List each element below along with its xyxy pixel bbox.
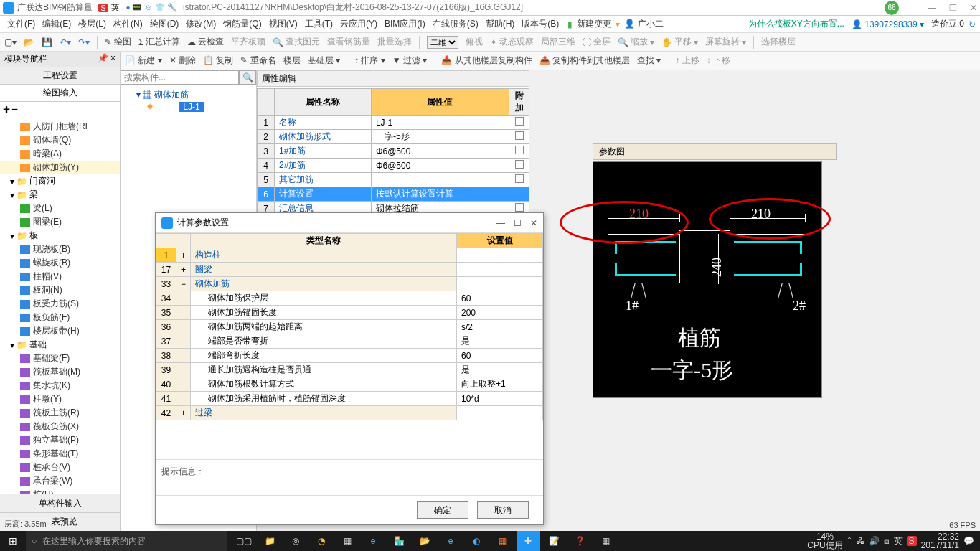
taskbar-edge[interactable]: e xyxy=(362,531,385,551)
tree-item[interactable]: 桩(U) xyxy=(0,488,120,494)
tb-select-floor[interactable]: 选择楼层 xyxy=(761,36,796,48)
property-row[interactable]: 1名称LJ-1 xyxy=(258,116,529,130)
tree-item[interactable]: 砌体墙(Q) xyxy=(0,133,120,147)
search-input[interactable] xyxy=(121,70,239,85)
search-button[interactable]: 🔍 xyxy=(239,70,256,85)
tb-view-rebar[interactable]: 查看钢筋量 xyxy=(327,36,370,48)
menu-help[interactable]: 帮助(H) xyxy=(483,17,518,32)
tree-root[interactable]: ▾ ▦ 砌体加筋 xyxy=(123,88,253,102)
menu-floor[interactable]: 楼层(L) xyxy=(75,17,109,32)
property-row[interactable]: 2砌体加筋形式一字-5形 xyxy=(258,130,529,144)
refresh-icon[interactable]: ↻ xyxy=(969,19,976,29)
tree-item[interactable]: 板受力筋(S) xyxy=(0,297,120,311)
help-link[interactable]: 为什么筏板XY方向布置... xyxy=(745,17,847,32)
undo-icon[interactable]: ↶▾ xyxy=(60,37,71,47)
param-row[interactable]: 41砌体加筋采用植筋时，植筋锚固深度10*d xyxy=(156,392,543,406)
taskbar-ie[interactable]: e xyxy=(439,531,462,551)
tb2-sort[interactable]: ↕ 排序 ▾ xyxy=(354,55,385,67)
menu-tool[interactable]: 工具(T) xyxy=(302,17,336,32)
new-file-icon[interactable]: ▢▾ xyxy=(4,37,17,47)
tb-batch-select[interactable]: 批量选择 xyxy=(377,36,412,48)
property-row[interactable]: 31#加筋Φ6@500 xyxy=(258,144,529,159)
tb2-find[interactable]: 查找 ▾ xyxy=(637,55,661,67)
tree-item[interactable]: 现浇板(B) xyxy=(0,242,120,256)
close-icon[interactable]: ✕ xyxy=(970,3,977,13)
component-tree[interactable]: 人防门框墙(RF砌体墙(Q)暗梁(A)砌体加筋(Y)▾ 📁 门窗洞▾ 📁 梁梁(… xyxy=(0,118,120,494)
menu-component[interactable]: 构件(N) xyxy=(110,17,146,32)
view-mode-select[interactable]: 二维 xyxy=(427,36,458,49)
tree-item[interactable]: 板负筋(F) xyxy=(0,311,120,324)
tree-item[interactable]: 承台梁(W) xyxy=(0,474,120,488)
minimize-icon[interactable]: — xyxy=(928,3,936,13)
tb-top-view[interactable]: 俯视 xyxy=(466,36,483,48)
taskbar-app-4[interactable]: ▦ xyxy=(336,531,359,551)
tb2-move-up[interactable]: ↑ 上移 xyxy=(675,55,699,67)
tray-up-icon[interactable]: ˄ xyxy=(847,536,852,546)
menu-new-change[interactable]: 新建变更 xyxy=(574,17,614,32)
save-icon[interactable]: 💾 xyxy=(42,37,52,47)
taskbar-app-10[interactable]: ❓ xyxy=(568,531,591,551)
tree-item[interactable]: ▾ 📁 门窗洞 xyxy=(0,174,120,188)
tb-summary[interactable]: Σ 汇总计算 xyxy=(138,36,180,48)
param-table[interactable]: 类型名称 设置值 1+构造柱17+圈梁33−砌体加筋34砌体加筋保护层6035砌… xyxy=(156,233,543,420)
tb2-copy[interactable]: 📋 复制 xyxy=(203,55,233,67)
taskbar-search[interactable]: ○ 在这里输入你要搜索的内容 xyxy=(26,531,227,551)
taskbar-app-5[interactable]: 📂 xyxy=(413,531,436,551)
dialog-min-icon[interactable]: — xyxy=(496,218,505,228)
menu-modify[interactable]: 修改(M) xyxy=(183,17,219,32)
tree-item[interactable]: 梁(L) xyxy=(0,202,120,215)
phone-label[interactable]: 👤 13907298339 ▾ xyxy=(849,18,927,31)
tb-orbit[interactable]: ✦ 动态观察 xyxy=(490,36,534,48)
tree-item[interactable]: 螺旋板(B) xyxy=(0,256,120,270)
tb2-delete[interactable]: ✕ 删除 xyxy=(169,55,196,67)
tb-find-elem[interactable]: 🔍 查找图元 xyxy=(273,36,320,48)
tree-item[interactable]: ▾ 📁 板 xyxy=(0,229,120,242)
tray-ime[interactable]: S xyxy=(907,536,917,546)
maximize-icon[interactable]: ❐ xyxy=(949,3,957,13)
tray-vol-icon[interactable]: 🔊 xyxy=(869,536,880,546)
taskbar-app-6[interactable]: ◐ xyxy=(465,531,488,551)
taskbar-app-3[interactable]: ◔ xyxy=(310,531,333,551)
dock-pin-icon[interactable]: 📌 × xyxy=(98,53,116,65)
menu-online[interactable]: 在线服务(S) xyxy=(430,17,481,32)
tree-item[interactable]: 集水坑(K) xyxy=(0,379,120,392)
dialog-max-icon[interactable]: ☐ xyxy=(514,218,522,228)
coin-label[interactable]: 造价豆:0 xyxy=(928,17,967,32)
tree-item[interactable]: 暗梁(A) xyxy=(0,147,120,161)
param-row[interactable]: 42+过梁 xyxy=(156,406,543,420)
ime-badge[interactable]: S xyxy=(98,4,108,12)
tb-draw[interactable]: ✎绘图 xyxy=(105,36,131,48)
tray-lang[interactable]: 英 xyxy=(894,535,903,547)
taskbar-app-11[interactable]: ▦ xyxy=(594,531,617,551)
param-row[interactable]: 39通长加筋遇构造柱是否贯通是 xyxy=(156,363,543,377)
taskbar-app-9[interactable]: 📝 xyxy=(542,531,565,551)
menu-cloud[interactable]: 云应用(Y) xyxy=(337,17,380,32)
param-row[interactable]: 36砌体加筋两端的起始距离s/2 xyxy=(156,320,543,334)
menu-bim[interactable]: BIM应用(I) xyxy=(382,17,428,32)
tree-item[interactable]: 筏板主筋(R) xyxy=(0,406,120,420)
tree-item[interactable]: 柱墩(Y) xyxy=(0,392,120,406)
open-icon[interactable]: 📂 xyxy=(24,37,34,47)
tb2-rename[interactable]: ✎ 重命名 xyxy=(240,55,275,67)
tb-fullscreen[interactable]: ⛶ 全屏 xyxy=(583,36,611,48)
tree-item[interactable]: 筏板基础(M) xyxy=(0,365,120,379)
notification-badge[interactable]: 66 xyxy=(885,1,899,15)
taskbar-store[interactable]: 🏪 xyxy=(387,531,410,551)
tb2-floor[interactable]: 楼层 xyxy=(283,55,301,67)
param-row[interactable]: 37端部是否带弯折是 xyxy=(156,334,543,349)
tree-item[interactable]: 独立基础(P) xyxy=(0,433,120,447)
start-button[interactable]: ⊞ xyxy=(0,535,26,547)
tb-zoom[interactable]: 🔍 缩放 ▾ xyxy=(618,36,654,48)
menu-rebar[interactable]: 钢筋量(Q) xyxy=(220,17,264,32)
tree-child-selected[interactable]: LJ-1 xyxy=(179,102,204,112)
taskbar-app-1[interactable]: 📁 xyxy=(258,531,281,551)
tray-net-icon[interactable]: 🖧 xyxy=(856,536,864,546)
tree-item[interactable]: ▾ 📁 基础 xyxy=(0,338,120,352)
taskbar-app-8[interactable]: ✚ xyxy=(517,531,540,551)
tb2-copy-from[interactable]: 📥 从其他楼层复制构件 xyxy=(441,55,532,67)
property-row[interactable]: 42#加筋Φ6@500 xyxy=(258,159,529,173)
property-table[interactable]: 属性名称 属性值 附加 1名称LJ-12砌体加筋形式一字-5形31#加筋Φ6@5… xyxy=(257,88,529,216)
tb2-new[interactable]: 📄 新建 ▾ xyxy=(125,55,162,67)
menu-draw[interactable]: 绘图(D) xyxy=(147,17,182,32)
tree-item[interactable]: 人防门框墙(RF xyxy=(0,120,120,133)
